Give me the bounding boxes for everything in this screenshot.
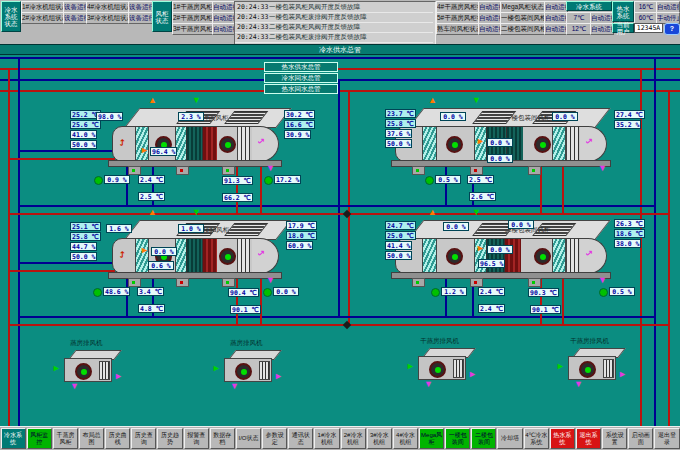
ahu-pack2-status[interactable]: 自动运行	[544, 23, 568, 35]
pipe-drop	[236, 166, 238, 213]
nav-io-status[interactable]: I/O状态	[236, 428, 261, 449]
louver-panel	[259, 361, 270, 380]
nav-history-query[interactable]: 历史查询	[131, 428, 156, 449]
exit-system-button[interactable]: 退出系统	[576, 428, 601, 449]
pipe-cold-supply	[0, 57, 680, 59]
exhaust-arrow-icon: ▼	[574, 380, 583, 389]
nav-ahu-overview[interactable]: 风柜监控	[27, 428, 52, 449]
chiller-3-status[interactable]: 设备运行	[128, 12, 153, 24]
exhaust-fan-label: 干蒸房排风机	[570, 337, 609, 346]
value-damper: 1.6 %	[106, 224, 132, 233]
alarm-text: 二楼包装风柜风阀开度反馈故障	[269, 22, 431, 32]
nav-history-curve[interactable]: 历史曲线	[105, 428, 130, 449]
fan-icon	[534, 136, 551, 153]
value-hot-return: 90.1 ℃	[530, 305, 561, 314]
valve-icon[interactable]	[599, 288, 608, 297]
alarm-time: 20:24:33	[237, 32, 267, 42]
value-hot-return: 90.1 ℃	[230, 305, 261, 314]
duct-stub	[412, 278, 425, 287]
start-screen-button[interactable]: 启动画面	[628, 428, 653, 449]
fan-icon	[579, 361, 596, 378]
value-damper: 0.0 %	[440, 112, 466, 121]
exhaust-arrow-icon: ►	[114, 372, 123, 381]
valve-icon[interactable]	[264, 176, 273, 185]
nav-cooling-tower[interactable]: 冷却塔	[497, 428, 522, 449]
nav-data-archive[interactable]: 数据存档	[210, 428, 235, 449]
nav-mega-ahu[interactable]: Mega风柜	[419, 428, 444, 449]
value-cold-valve: 1.2 %	[441, 287, 467, 296]
ahu-front-face: ↪	[112, 238, 254, 274]
exhaust-arrow-icon: ▼	[70, 382, 79, 391]
inlet-arrow-icon: ►	[406, 362, 415, 371]
nav-4c-cold-water[interactable]: 4℃冷水系统	[524, 428, 549, 449]
value-humidity-sp: 50.0 %	[385, 251, 412, 260]
ahu-title: Mega风柜	[200, 226, 229, 235]
nav-chiller-3[interactable]: 3#冷水机组	[367, 428, 392, 449]
valve-icon[interactable]	[94, 176, 103, 185]
exhaust-fan-unit: 干蒸房排风机 ► ▼ ►	[418, 348, 468, 380]
pipe-stub	[18, 150, 115, 152]
nav-hot-water-system[interactable]: 热水系统	[550, 428, 575, 449]
valve-icon[interactable]	[431, 288, 440, 297]
value-cold-supply: 2.4 ℃	[138, 175, 165, 184]
value-cold-return: 2.5 ℃	[138, 192, 165, 201]
cold-system-group-label: 冷水系统状态	[1, 1, 21, 32]
nav-pack-2f[interactable]: 二楼包装间	[471, 428, 496, 449]
help-button[interactable]: ?	[664, 23, 680, 35]
indicator	[132, 281, 135, 284]
louver-panel	[566, 127, 579, 161]
nav-chiller-1[interactable]: 1#冷水机组	[314, 428, 339, 449]
indicator	[532, 169, 535, 172]
pipe-stub	[8, 270, 115, 272]
nav-drying-room-ahu[interactable]: 干蒸房风柜	[53, 428, 78, 449]
nav-cold-water-system[interactable]: 冷水系统	[1, 428, 26, 449]
chiller-2-status[interactable]: 设备运行	[63, 12, 88, 24]
heating-coil	[202, 127, 217, 161]
valve-icon[interactable]	[425, 176, 434, 185]
pipe-run-hot-top	[8, 213, 668, 215]
alarm-row[interactable]: 20:24:33 二楼包装风柜废排阀开度反馈故障	[235, 32, 433, 43]
exhaust-fan-label: 蒸房排风机	[230, 339, 263, 348]
pipe-run-cold-top	[18, 205, 654, 207]
nav-alarm-query[interactable]: 报警查询	[184, 428, 209, 449]
value-cold-supply: 2.5 ℃	[467, 175, 494, 184]
ahu-3-status[interactable]: 自动运行	[212, 23, 236, 35]
inlet-curved-arrow-icon: ↪	[118, 139, 127, 147]
nav-chiller-2[interactable]: 2#冷水机组	[341, 428, 366, 449]
pipe-riser-right-hot-2	[668, 90, 670, 428]
nav-history-trend[interactable]: 历史趋势	[157, 428, 182, 449]
nav-comm-status[interactable]: 通讯状态	[288, 428, 313, 449]
inlet-arrow-icon: ►	[52, 364, 61, 373]
return-air-arrow-icon: ▼	[192, 96, 201, 105]
exhaust-fan-unit: 蒸房排风机 ► ▼ ►	[64, 350, 114, 382]
pipe-run-cold-bottom	[18, 316, 654, 318]
inlet-arrow-icon: ►	[556, 362, 565, 371]
nav-pack-1f[interactable]: 一楼包装间	[445, 428, 470, 449]
fan-icon	[219, 248, 236, 265]
exhaust-fan-body	[224, 358, 272, 382]
ahu-workshop-status[interactable]: 自动运行	[478, 23, 502, 35]
pipe-riser-center-hot	[348, 90, 350, 326]
logout-button[interactable]: 退出登录	[654, 428, 679, 449]
nav-chiller-4[interactable]: 4#冷水机组	[393, 428, 418, 449]
ahu-front-face: ↪	[112, 126, 254, 162]
valve-icon[interactable]	[263, 288, 272, 297]
supply-air-arrow-icon: ▲	[148, 208, 157, 217]
system-settings-button[interactable]: 系统设置	[602, 428, 627, 449]
cold-return-status[interactable]: 自动运行	[590, 23, 614, 35]
nav-layout[interactable]: 布局总图	[79, 428, 104, 449]
filter-panel	[552, 239, 566, 273]
return-air-arrow-icon: ▼	[192, 208, 201, 217]
value-supply-temp: 27.4 ℃	[614, 110, 645, 119]
valve-icon[interactable]	[93, 288, 102, 297]
pipe-run-hot-bottom	[8, 324, 668, 326]
value-room-temp: 25.6 ℃	[70, 120, 101, 129]
ahu-title: 一楼包装间风柜	[505, 114, 551, 123]
nav-parameter-set[interactable]: 参数设定	[262, 428, 287, 449]
value-supply-temp2: 18.0 ℃	[286, 231, 317, 240]
alarm-text: 一楼包装风柜废排阀开度反馈故障	[269, 12, 431, 22]
duct-stub	[128, 166, 141, 175]
value-damper-2: 96.5 %	[478, 259, 505, 268]
cooling-coil	[186, 239, 203, 273]
value-humidity: 41.4 %	[385, 241, 412, 250]
